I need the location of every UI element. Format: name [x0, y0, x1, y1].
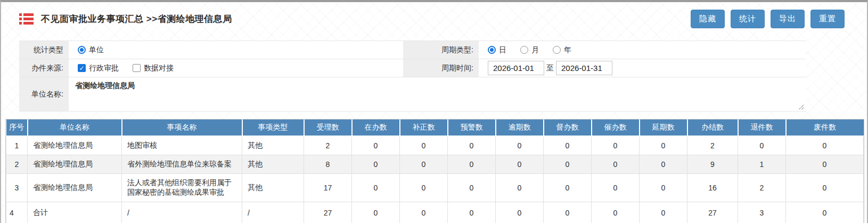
- cell-correction: 0: [400, 155, 448, 174]
- cell-voided: 0: [786, 174, 864, 202]
- filter-row-3: 单位名称: 省测绘地理信息局: [19, 77, 806, 111]
- unit-name-cell: 省测绘地理信息局: [69, 77, 806, 111]
- source-options: 行政审批数据对接: [69, 59, 403, 77]
- radio-unit-label: 单位: [89, 45, 104, 55]
- checkbox-admin-approval[interactable]: 行政审批: [78, 63, 119, 73]
- cell-warning: 0: [448, 202, 496, 223]
- source-label: 办件来源:: [19, 59, 69, 77]
- cell-completed: 9: [687, 155, 738, 174]
- checkbox-icon[interactable]: [133, 64, 141, 72]
- cell-overdue: 0: [496, 174, 544, 202]
- cell-unit-name: 省测绘地理信息局: [28, 136, 122, 155]
- cell-voided: 0: [786, 136, 864, 155]
- cell-returned: 0: [738, 136, 786, 155]
- radio-month-label: 月: [531, 45, 539, 55]
- date-range-separator: 至: [546, 63, 554, 73]
- summary-table: 序号单位名称事项名称事项类型受理数在办数补正数预警数逾期数督办数催办数延期数办结…: [6, 120, 864, 223]
- cell-urge: 0: [592, 202, 640, 223]
- filter-row-1: 统计类型 单位 周期类型: 日月年: [19, 41, 806, 59]
- cell-item-name: 法人或者其他组织需要利用属于国家秘密的基础测绘成果审批: [122, 174, 242, 202]
- period-time-cell: 至: [479, 59, 806, 77]
- radio-icon[interactable]: [488, 46, 496, 54]
- radio-month[interactable]: 月: [520, 45, 539, 55]
- cell-unit-name: 省测绘地理信息局: [28, 155, 122, 174]
- cell-voided: 0: [786, 155, 864, 174]
- cell-accepted: 27: [304, 202, 352, 223]
- radio-year[interactable]: 年: [553, 45, 571, 55]
- cell-delay: 0: [640, 155, 687, 174]
- cell-delay: 0: [640, 202, 687, 223]
- cell-voided: 0: [786, 202, 864, 223]
- column-header-correction: 补正数: [400, 120, 448, 136]
- cell-returned: 2: [738, 174, 786, 202]
- header-buttons: 隐藏统计导出重置: [691, 10, 845, 28]
- date-end-input[interactable]: [556, 61, 612, 75]
- table-row: 1省测绘地理信息局地图审核其他20000000200: [6, 136, 864, 155]
- list-icon: [19, 13, 34, 25]
- table-row: 2省测绘地理信息局省外测绘地理信息单位来琼备案其他80000000910: [6, 155, 864, 174]
- cell-index: 3: [6, 174, 28, 202]
- cell-supervise: 0: [544, 202, 592, 223]
- page-title: 不见面审批业务事项汇总 >>省测绘地理信息局: [41, 13, 232, 25]
- stat-type-options: 单位: [69, 41, 403, 59]
- resize-handle-icon[interactable]: [799, 104, 804, 109]
- radio-day[interactable]: 日: [488, 45, 506, 55]
- radio-icon[interactable]: [553, 46, 561, 54]
- reset-button[interactable]: 重置: [810, 10, 845, 28]
- cell-warning: 0: [448, 136, 496, 155]
- cell-in-process: 0: [352, 136, 400, 155]
- cell-returned: 3: [738, 202, 786, 223]
- column-header-returned: 退件数: [738, 120, 786, 136]
- checkbox-admin-approval-label: 行政审批: [89, 63, 119, 73]
- cell-overdue: 0: [496, 136, 544, 155]
- column-header-accepted: 受理数: [304, 120, 352, 136]
- table-body: 1省测绘地理信息局地图审核其他200000002002省测绘地理信息局省外测绘地…: [6, 136, 864, 223]
- checkbox-data-link[interactable]: 数据对接: [133, 63, 174, 73]
- cell-unit-name: 省测绘地理信息局: [28, 174, 122, 202]
- cell-correction: 0: [400, 202, 448, 223]
- header-left: 不见面审批业务事项汇总 >>省测绘地理信息局: [19, 13, 232, 25]
- radio-unit[interactable]: 单位: [78, 45, 104, 55]
- stats-button[interactable]: 统计: [731, 10, 765, 28]
- radio-icon[interactable]: [78, 46, 86, 54]
- radio-year-label: 年: [564, 45, 571, 55]
- radio-icon[interactable]: [520, 46, 528, 54]
- period-type-options: 日月年: [479, 41, 806, 59]
- filter-row-2: 办件来源: 行政审批数据对接 周期时间: 至: [19, 59, 806, 77]
- date-start-input[interactable]: [488, 61, 544, 75]
- cell-supervise: 0: [544, 174, 592, 202]
- table-header-row: 序号单位名称事项名称事项类型受理数在办数补正数预警数逾期数督办数催办数延期数办结…: [6, 120, 864, 136]
- cell-in-process: 0: [352, 202, 400, 223]
- cell-supervise: 0: [544, 136, 592, 155]
- column-header-overdue: 逾期数: [496, 120, 544, 136]
- cell-urge: 0: [592, 136, 640, 155]
- cell-correction: 0: [400, 136, 448, 155]
- hide-button[interactable]: 隐藏: [691, 10, 725, 28]
- column-header-index: 序号: [6, 120, 28, 136]
- cell-warning: 0: [448, 174, 496, 202]
- cell-index: 4: [6, 202, 28, 223]
- unit-name-textarea[interactable]: 省测绘地理信息局: [69, 77, 806, 111]
- column-header-supervise: 督办数: [544, 120, 592, 136]
- cell-item-type: 其他: [242, 136, 304, 155]
- filter-form: 统计类型 单位 周期类型: 日月年 办件来源: 行政审批数据对接 周期时间: 至…: [19, 41, 806, 111]
- checkbox-icon[interactable]: [78, 64, 86, 72]
- unit-name-label: 单位名称:: [19, 77, 69, 111]
- column-header-delay: 延期数: [640, 120, 687, 136]
- cell-accepted: 2: [304, 136, 352, 155]
- cell-returned: 1: [738, 155, 786, 174]
- cell-warning: 0: [448, 155, 496, 174]
- cell-index: 1: [6, 136, 28, 155]
- cell-item-name: /: [122, 202, 242, 223]
- table-row: 4合计//2700000002730: [6, 202, 864, 223]
- cell-item-name: 地图审核: [122, 136, 242, 155]
- cell-item-type: 其他: [242, 174, 304, 202]
- checkbox-data-link-label: 数据对接: [144, 63, 174, 73]
- column-header-voided: 废件数: [786, 120, 864, 136]
- export-button[interactable]: 导出: [771, 10, 805, 28]
- cell-correction: 0: [400, 174, 448, 202]
- period-time-label: 周期时间:: [403, 59, 479, 77]
- radio-day-label: 日: [499, 45, 506, 55]
- cell-index: 2: [6, 155, 28, 174]
- column-header-warning: 预警数: [448, 120, 496, 136]
